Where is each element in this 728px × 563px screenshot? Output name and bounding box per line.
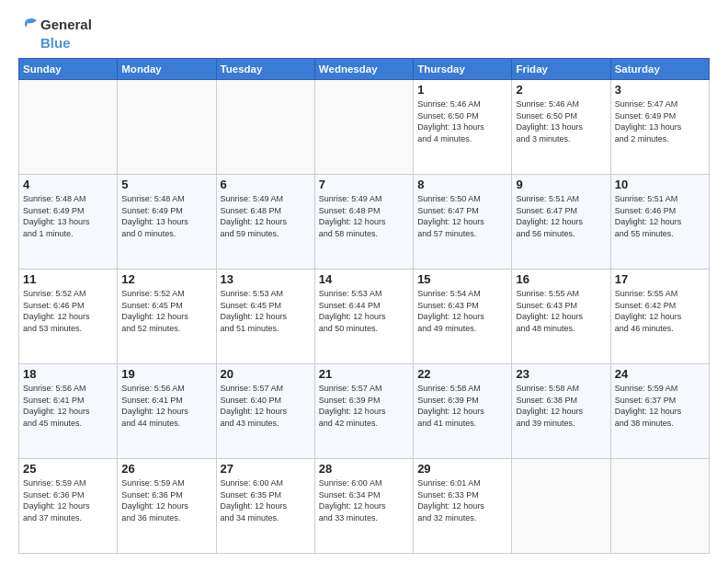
day-number: 19 [121,367,211,381]
day-number: 23 [516,367,606,381]
day-info: Sunrise: 5:52 AM Sunset: 6:45 PM Dayligh… [121,288,211,334]
day-info: Sunrise: 5:57 AM Sunset: 6:39 PM Dayligh… [319,383,409,429]
day-info: Sunrise: 6:00 AM Sunset: 6:34 PM Dayligh… [319,477,409,523]
calendar-cell: 20Sunrise: 5:57 AM Sunset: 6:40 PM Dayli… [216,364,314,459]
calendar-cell: 4Sunrise: 5:48 AM Sunset: 6:49 PM Daylig… [19,175,118,270]
day-info: Sunrise: 5:48 AM Sunset: 6:49 PM Dayligh… [121,193,211,239]
calendar-cell: 18Sunrise: 5:56 AM Sunset: 6:41 PM Dayli… [19,364,118,459]
day-number: 22 [417,367,507,381]
logo-text-general: General [40,17,92,32]
day-info: Sunrise: 6:00 AM Sunset: 6:35 PM Dayligh… [221,477,311,523]
day-info: Sunrise: 5:53 AM Sunset: 6:44 PM Dayligh… [319,288,409,334]
calendar-cell: 16Sunrise: 5:55 AM Sunset: 6:43 PM Dayli… [512,270,610,364]
day-info: Sunrise: 5:56 AM Sunset: 6:41 PM Dayligh… [121,383,211,429]
day-number: 3 [615,83,705,97]
day-info: Sunrise: 5:56 AM Sunset: 6:41 PM Dayligh… [23,383,113,429]
day-number: 25 [23,462,113,476]
day-number: 27 [221,462,311,476]
day-number: 6 [221,178,311,191]
day-info: Sunrise: 5:51 AM Sunset: 6:47 PM Dayligh… [516,193,606,239]
day-number: 20 [221,367,311,381]
day-info: Sunrise: 5:59 AM Sunset: 6:37 PM Dayligh… [615,383,705,429]
calendar-cell: 14Sunrise: 5:53 AM Sunset: 6:44 PM Dayli… [314,270,413,364]
day-number: 10 [615,178,705,191]
calendar-cell [314,80,413,175]
calendar-cell: 1Sunrise: 5:46 AM Sunset: 6:50 PM Daylig… [414,80,512,175]
calendar-cell: 21Sunrise: 5:57 AM Sunset: 6:39 PM Dayli… [314,364,413,459]
calendar-row-0: 1Sunrise: 5:46 AM Sunset: 6:50 PM Daylig… [19,80,710,175]
day-number: 5 [121,178,211,191]
weekday-header-thursday: Thursday [414,59,512,80]
calendar-cell: 6Sunrise: 5:49 AM Sunset: 6:48 PM Daylig… [216,175,314,270]
calendar-cell [216,80,314,175]
calendar-cell: 11Sunrise: 5:52 AM Sunset: 6:46 PM Dayli… [19,270,118,364]
day-info: Sunrise: 5:53 AM Sunset: 6:45 PM Dayligh… [221,288,311,334]
day-number: 13 [221,272,311,286]
day-info: Sunrise: 5:55 AM Sunset: 6:42 PM Dayligh… [615,288,705,334]
calendar-cell: 29Sunrise: 6:01 AM Sunset: 6:33 PM Dayli… [414,459,512,554]
header: General Blue [18,15,710,51]
calendar-cell: 17Sunrise: 5:55 AM Sunset: 6:42 PM Dayli… [610,270,709,364]
calendar-cell: 15Sunrise: 5:54 AM Sunset: 6:43 PM Dayli… [414,270,512,364]
weekday-header-row: SundayMondayTuesdayWednesdayThursdayFrid… [19,59,710,80]
day-info: Sunrise: 5:55 AM Sunset: 6:43 PM Dayligh… [516,288,606,334]
day-number: 17 [615,272,705,286]
calendar-cell: 12Sunrise: 5:52 AM Sunset: 6:45 PM Dayli… [118,270,216,364]
calendar-cell: 22Sunrise: 5:58 AM Sunset: 6:39 PM Dayli… [414,364,512,459]
calendar-cell [118,80,216,175]
calendar-cell: 13Sunrise: 5:53 AM Sunset: 6:45 PM Dayli… [216,270,314,364]
day-info: Sunrise: 5:54 AM Sunset: 6:43 PM Dayligh… [417,288,507,334]
calendar-cell [19,80,118,175]
weekday-header-tuesday: Tuesday [216,59,314,80]
page: General Blue SundayMondayTuesdayWednesda… [0,0,728,563]
day-info: Sunrise: 5:59 AM Sunset: 6:36 PM Dayligh… [121,477,211,523]
day-number: 2 [516,83,606,97]
day-info: Sunrise: 5:50 AM Sunset: 6:47 PM Dayligh… [417,193,507,239]
day-number: 4 [23,178,113,191]
day-number: 15 [417,272,507,286]
logo: General Blue [18,15,92,51]
day-info: Sunrise: 5:59 AM Sunset: 6:36 PM Dayligh… [23,477,113,523]
logo-text-blue: Blue [40,35,71,51]
calendar-row-3: 18Sunrise: 5:56 AM Sunset: 6:41 PM Dayli… [19,364,710,459]
day-number: 12 [121,272,211,286]
day-info: Sunrise: 5:49 AM Sunset: 6:48 PM Dayligh… [221,193,311,239]
calendar-cell: 5Sunrise: 5:48 AM Sunset: 6:49 PM Daylig… [118,175,216,270]
calendar-cell: 10Sunrise: 5:51 AM Sunset: 6:46 PM Dayli… [610,175,709,270]
calendar-cell: 9Sunrise: 5:51 AM Sunset: 6:47 PM Daylig… [512,175,610,270]
calendar-cell: 3Sunrise: 5:47 AM Sunset: 6:49 PM Daylig… [610,80,709,175]
day-info: Sunrise: 5:48 AM Sunset: 6:49 PM Dayligh… [23,193,113,239]
calendar-cell: 25Sunrise: 5:59 AM Sunset: 6:36 PM Dayli… [19,459,118,554]
calendar-row-4: 25Sunrise: 5:59 AM Sunset: 6:36 PM Dayli… [19,459,710,554]
day-number: 9 [516,178,606,191]
day-info: Sunrise: 5:52 AM Sunset: 6:46 PM Dayligh… [23,288,113,334]
day-info: Sunrise: 5:58 AM Sunset: 6:39 PM Dayligh… [417,383,507,429]
calendar-cell [610,459,709,554]
day-number: 16 [516,272,606,286]
calendar-cell: 19Sunrise: 5:56 AM Sunset: 6:41 PM Dayli… [118,364,216,459]
calendar-cell: 28Sunrise: 6:00 AM Sunset: 6:34 PM Dayli… [314,459,413,554]
day-info: Sunrise: 5:46 AM Sunset: 6:50 PM Dayligh… [516,98,606,144]
day-number: 14 [319,272,409,286]
calendar-cell: 27Sunrise: 6:00 AM Sunset: 6:35 PM Dayli… [216,459,314,554]
day-number: 28 [319,462,409,476]
calendar-cell: 2Sunrise: 5:46 AM Sunset: 6:50 PM Daylig… [512,80,610,175]
day-number: 26 [121,462,211,476]
day-number: 8 [417,178,507,191]
weekday-header-friday: Friday [512,59,610,80]
day-info: Sunrise: 6:01 AM Sunset: 6:33 PM Dayligh… [417,477,507,523]
logo-bird-icon [18,15,39,35]
weekday-header-monday: Monday [118,59,216,80]
calendar-row-1: 4Sunrise: 5:48 AM Sunset: 6:49 PM Daylig… [19,175,710,270]
calendar-cell: 24Sunrise: 5:59 AM Sunset: 6:37 PM Dayli… [610,364,709,459]
calendar-cell: 7Sunrise: 5:49 AM Sunset: 6:48 PM Daylig… [314,175,413,270]
day-number: 21 [319,367,409,381]
calendar-table: SundayMondayTuesdayWednesdayThursdayFrid… [18,58,710,554]
day-info: Sunrise: 5:57 AM Sunset: 6:40 PM Dayligh… [221,383,311,429]
day-number: 24 [615,367,705,381]
day-info: Sunrise: 5:47 AM Sunset: 6:49 PM Dayligh… [615,98,705,144]
day-info: Sunrise: 5:51 AM Sunset: 6:46 PM Dayligh… [615,193,705,239]
day-info: Sunrise: 5:49 AM Sunset: 6:48 PM Dayligh… [319,193,409,239]
calendar-cell: 26Sunrise: 5:59 AM Sunset: 6:36 PM Dayli… [118,459,216,554]
weekday-header-wednesday: Wednesday [314,59,413,80]
